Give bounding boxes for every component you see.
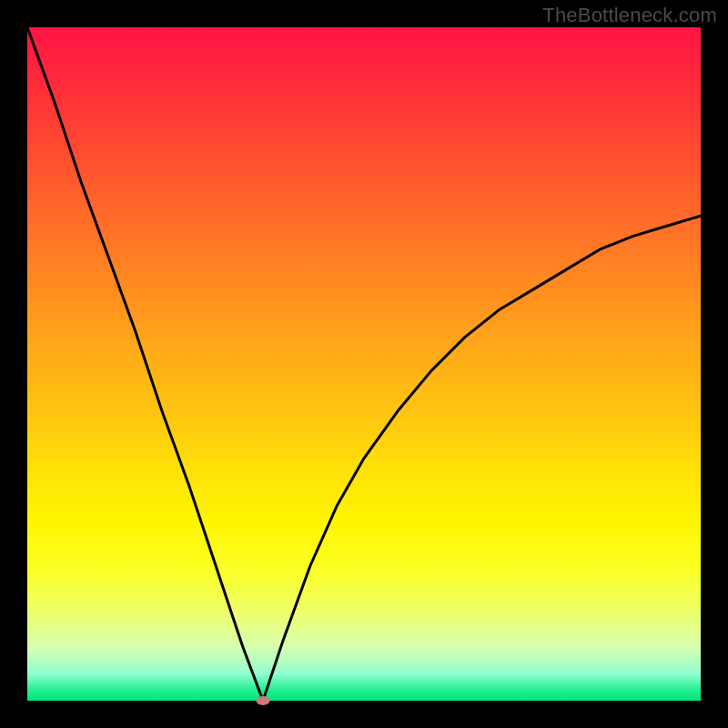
plot-area (27, 27, 701, 701)
minimum-marker (257, 696, 270, 705)
curve-svg (27, 27, 701, 701)
bottleneck-curve-path (27, 27, 701, 701)
watermark-text: TheBottleneck.com (542, 4, 717, 27)
chart-frame: TheBottleneck.com (0, 0, 728, 728)
